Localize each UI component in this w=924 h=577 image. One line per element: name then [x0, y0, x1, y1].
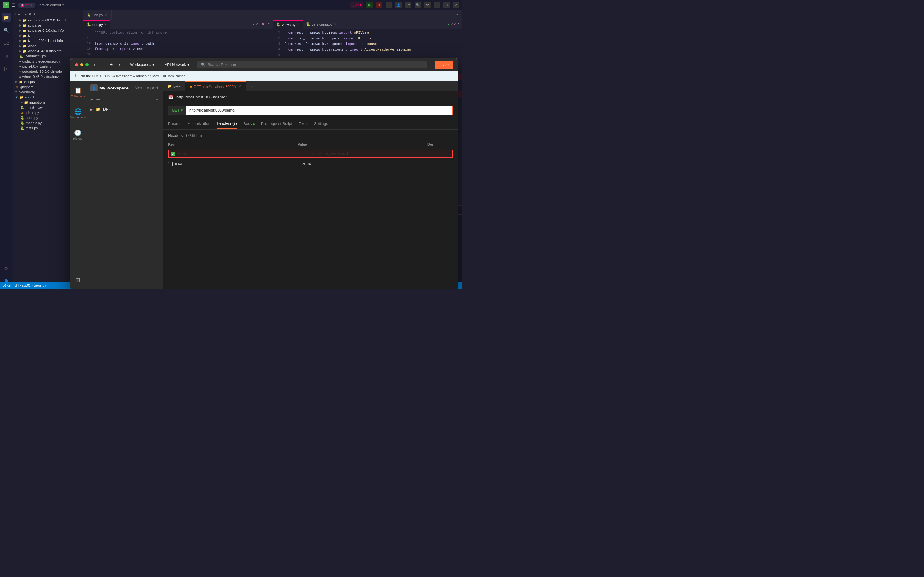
pm-grid-icon[interactable]: ⊞: [76, 273, 80, 287]
status-breadcrumb: drf › app01 › views.py: [15, 284, 46, 287]
row-value-2[interactable]: Value: [301, 162, 425, 166]
more-icon: ⋯: [454, 13, 458, 17]
pm-req-tab-add[interactable]: +: [246, 81, 258, 92]
hamburger-icon[interactable]: ☰: [11, 3, 16, 8]
filter-btn[interactable]: ☰: [96, 97, 100, 103]
maximize-icon[interactable]: □: [443, 2, 450, 8]
row-key-1[interactable]: Accept: [178, 152, 299, 156]
import-ws-btn[interactable]: Import: [145, 85, 158, 90]
settings-icon[interactable]: ⚙: [424, 2, 431, 8]
pm-search-bar[interactable]: 🔍 Search Postman: [197, 61, 427, 68]
pane-tools: ● ⚠1 ✕2 ⌃: [253, 23, 273, 26]
pm-nav-settings[interactable]: Settings: [314, 119, 328, 129]
pane-tab-versioning[interactable]: 🐍 versioning.py ✕: [303, 20, 340, 29]
pm-collection-drf[interactable]: ▶ 📁 DRF: [86, 105, 163, 114]
more-icon[interactable]: ⋮: [385, 2, 392, 8]
pm-nav-headers[interactable]: Headers (9): [216, 119, 237, 129]
pane-tab-urls[interactable]: 🐍 urls.py ✕: [84, 20, 110, 29]
tree-item-tzdata-dist[interactable]: ▶ 📁 tzdata-2024.1.dist-info: [13, 38, 83, 43]
pane-tab-label: urls.py: [92, 23, 103, 27]
collections-label: Collections: [71, 95, 85, 98]
drf-badge[interactable]: dj drf ▾: [350, 2, 363, 8]
folder-icon: 📁: [96, 107, 100, 111]
pm-nav-params[interactable]: Params: [168, 119, 181, 129]
pm-collections-sidebar[interactable]: 📋 Collections: [71, 84, 85, 101]
tree-item-wheel-dist[interactable]: ▶ 📁 wheel-0.43.0.dist-info: [13, 48, 83, 53]
editor-top-tabs: 🐍 urls.py ✕ ⋯: [84, 10, 462, 20]
minimize-icon[interactable]: —: [434, 2, 440, 8]
pane-tab-icon: 🐍: [87, 23, 91, 27]
settings-bottom-icon[interactable]: ⚙: [2, 264, 11, 273]
pm-close-btn[interactable]: [75, 63, 78, 66]
pm-nav-tests[interactable]: Tests: [299, 119, 308, 129]
pane-right-tools: ● ⚠2 ⌃: [448, 23, 462, 26]
tab-close-icon[interactable]: ✕: [334, 23, 337, 26]
activity-bar: 📁 🔍 ⎇ ⊞ ▷ ⚙ 👤: [0, 10, 13, 288]
tab-more-btn[interactable]: ⋯: [450, 10, 462, 20]
run-icon[interactable]: ▶: [366, 2, 373, 8]
pm-api-network-btn[interactable]: API Network ▾: [162, 61, 192, 68]
tree-item-wheel[interactable]: ▶ 📁 wheel: [13, 43, 83, 48]
row-check-2[interactable]: [168, 162, 173, 166]
search-sidebar-icon[interactable]: 🔍: [2, 26, 11, 35]
tab-close-icon[interactable]: ✕: [239, 84, 241, 89]
pm-forward-btn[interactable]: ›: [100, 62, 102, 67]
extensions-icon[interactable]: ⊞: [2, 51, 11, 60]
pane-tab-icon: 🐍: [276, 23, 281, 27]
expand-icon[interactable]: ⌃: [268, 23, 270, 26]
pm-max-btn[interactable]: [85, 63, 89, 66]
more-options-btn[interactable]: ⋯: [154, 98, 158, 102]
row-value-1[interactable]: application/json; version=v1: [301, 152, 422, 156]
pm-nav-authorization[interactable]: Authorization: [188, 119, 210, 129]
pm-method-dropdown[interactable]: GET ▾: [168, 106, 186, 115]
pm-url-input[interactable]: [186, 106, 453, 115]
pm-method-url-bar: GET ▾: [163, 103, 458, 118]
run-debug-icon[interactable]: ▷: [2, 64, 11, 73]
add-collection-btn[interactable]: +: [90, 97, 94, 103]
status-branch: ⎇ drf: [3, 284, 11, 287]
pm-invite-btn[interactable]: Invite: [435, 61, 453, 69]
new-ws-btn[interactable]: New: [134, 85, 144, 90]
pm-back-btn[interactable]: ‹: [94, 62, 95, 67]
pm-min-btn[interactable]: [80, 63, 84, 66]
tree-item-tzdata[interactable]: ▶ 📁 tzdata: [13, 33, 83, 38]
pm-workspaces-label: Workspaces: [130, 63, 151, 67]
tree-item-sqlparse[interactable]: ▶ 📁 sqlparse: [13, 23, 83, 28]
row-check-1[interactable]: ✓: [171, 152, 175, 156]
user-icon[interactable]: 👤: [395, 2, 402, 8]
tree-item-sqlparse-dist[interactable]: ▶ 📁 sqlparse-0.5.0.dist-info: [13, 28, 83, 33]
pm-header-row-1: ✓ Accept application/json; version=v1: [168, 150, 453, 158]
pm-req-tab-active[interactable]: GET http://localhost:8000/d ✕: [185, 81, 246, 92]
workspace-icon: 👤: [90, 84, 98, 92]
project-badge[interactable]: dj drf ▾: [18, 3, 35, 8]
pm-req-tab-drf[interactable]: 📁 DRF: [163, 81, 185, 92]
search-icon[interactable]: 🔍: [414, 2, 421, 8]
tree-item-virtualenv[interactable]: 🐍 _virtualenv.py: [13, 53, 83, 59]
pm-history-sidebar[interactable]: 🕐 History: [73, 126, 82, 143]
version-control[interactable]: Version control ▾: [37, 3, 64, 7]
translate-icon[interactable]: A文: [405, 2, 411, 8]
git-icon[interactable]: ⎇: [2, 39, 11, 47]
tree-item-setuptools[interactable]: ▶ 📁 setuptools-69.2.0.dist-inf: [13, 18, 83, 23]
tab-urls[interactable]: 🐍 urls.py ✕: [84, 10, 112, 20]
check-icon: ✓: [172, 152, 174, 156]
editor-pane-left-tabs: 🐍 urls.py ✕ ● ⚠1 ✕2 ⌃: [84, 20, 273, 29]
row-key-2[interactable]: Key: [175, 162, 299, 166]
files-icon[interactable]: 📁: [2, 13, 11, 22]
pm-environments-sidebar[interactable]: 🌐 Environments: [70, 105, 87, 122]
code-line: 1 from rest_framework.views import APIVi…: [273, 30, 462, 36]
stop-icon[interactable]: ■: [376, 2, 382, 8]
pm-nav-body[interactable]: Body: [243, 119, 255, 129]
expand-icon[interactable]: ⌃: [457, 23, 460, 26]
tab-close-icon[interactable]: ✕: [104, 23, 106, 26]
pm-nav-pre-request[interactable]: Pre-request Script: [261, 119, 292, 129]
pane-tab-views[interactable]: 🐍 views.py ✕: [273, 20, 303, 29]
close-icon[interactable]: ✕: [453, 2, 460, 8]
pm-home-btn[interactable]: Home: [107, 61, 122, 68]
tab-close-icon[interactable]: ✕: [105, 13, 108, 17]
pm-workspaces-btn[interactable]: Workspaces ▾: [127, 61, 157, 68]
tab-close-icon[interactable]: ✕: [297, 23, 299, 26]
project-dot: dj: [21, 3, 24, 7]
code-line: 3 from rest_framework.response import Re…: [273, 41, 462, 47]
branch-name: drf: [7, 284, 11, 287]
